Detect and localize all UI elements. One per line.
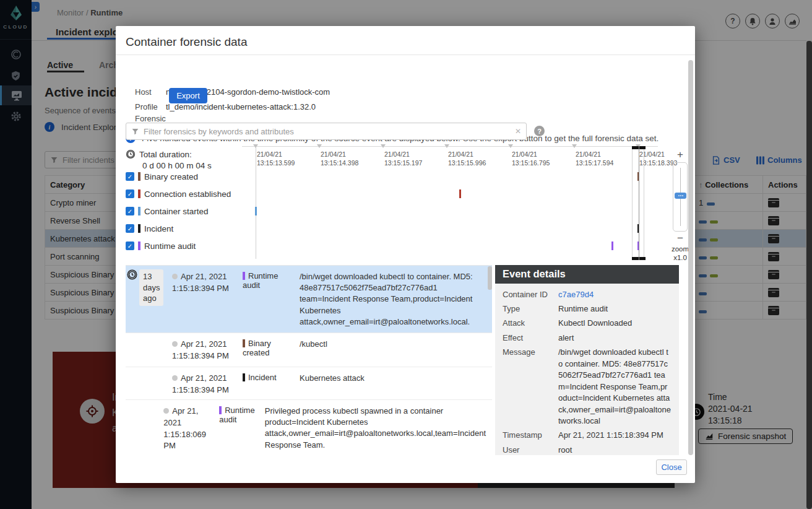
tick-label: 21/04/2113:15:15.197 [384,150,422,167]
detail-row: AttackKubectl Downloaded [495,316,679,331]
time-ago-line: 13 [143,271,160,282]
tick-marker [508,144,513,148]
detail-label: Type [503,303,558,315]
tick-marker [444,144,449,148]
host-label: Host [135,87,152,97]
detail-value: Kubectl Downloaded [558,318,672,329]
event-timestamp: 1:15:18:394 PM [172,283,239,295]
container-forensic-modal: Container forensic data Host node-demo21… [116,26,695,483]
container-id-link[interactable]: c7ae79d4 [558,289,672,300]
detail-label: Timestamp [503,430,558,441]
modal-title-divider [116,54,695,55]
event-type-color [243,272,245,280]
tick-label: 21/04/2113:15:17.594 [576,150,613,167]
event-date: Apr 21, 2021 [181,272,227,281]
event-list-scrollbar[interactable] [488,266,492,454]
timeline-plot[interactable]: 21/04/2113:15:13.59921/04/2113:15:14.398… [126,145,664,264]
time-ago-text: 13daysago [139,269,163,306]
event-row[interactable]: 13daysagoApr 21, 20211:15:18:394 PMRunti… [126,266,492,333]
clear-filter-icon[interactable]: ✕ [515,127,521,136]
detail-row: Message/bin/wget downloaded kubectl to c… [495,346,679,429]
detail-row: TimestampApr 21, 2021 1:15:18:394 PM [495,429,679,443]
zoom-slider-handle[interactable] [675,193,686,199]
event-details-panel: Event details Container IDc7ae79d4TypeRu… [495,265,679,455]
clock-badge-icon [127,269,137,306]
forensics-filter-placeholder: Filter forensics by keywords and attribu… [144,127,294,136]
event-list-scrollbar-thumb[interactable] [488,266,492,290]
tick-date: 21/04/21 [448,150,486,159]
event-list: 13daysagoApr 21, 20211:15:18:394 PMRunti… [126,265,492,455]
detail-row: Userroot [495,443,679,455]
event-message-cell: /bin/wget downloaded kubectl to containe… [296,266,492,333]
event-time-cell: Apr 21, 20211:15:18:394 PM [166,367,241,399]
event-type-cell: Runtime audit [218,400,261,455]
detail-row: Container IDc7ae79d4 [495,287,679,302]
forensics-filter-input[interactable]: Filter forensics by keywords and attribu… [126,123,527,140]
event-message-cell: Kubernetes attack [296,367,492,399]
event-type-label: Incident [248,373,277,382]
event-dot [172,375,178,381]
selection-midline [639,146,639,260]
timeline-event-mark-container_started[interactable] [255,207,257,215]
event-message-cell: Privileged process kubectl spawned in a … [261,400,492,455]
detail-label: User [503,445,558,455]
detail-value: alert [558,333,672,344]
detail-label: Effect [503,333,558,344]
event-timestamp: 1:15:18:394 PM [172,385,239,396]
tick-time: 13:15:15.996 [448,159,486,167]
tick-label: 21/04/2113:15:16.795 [512,150,550,167]
event-group-cell: 13daysago [126,266,166,333]
event-time-cell: Apr 21, 20211:15:18:394 PM [166,266,241,333]
event-row[interactable]: Apr 21, 20211:15:18:394 PMBinary created… [126,333,492,367]
event-time-cell: Apr 21, 20211:15:18:069 PM [157,400,218,455]
time-ago-line: ago [143,293,160,304]
detail-label: Attack [503,318,558,329]
tick-marker [317,144,322,148]
event-dot [172,274,178,279]
event-row[interactable]: Apr 21, 20211:15:18:069 PMRuntime auditP… [126,400,492,455]
event-dot [172,341,178,347]
event-date: Apr 21, 2021 [181,339,227,349]
event-time-cell: Apr 21, 20211:15:18:394 PM [166,333,241,367]
tick-time: 13:15:14.398 [321,159,358,167]
modal-scrollbar-thumb[interactable] [688,60,693,455]
event-message-cell: /kubectl [296,333,492,367]
event-group-cell [126,400,157,455]
detail-label: Container ID [503,289,558,300]
event-type-label: Binary created [243,339,271,357]
filter-help-icon[interactable]: ? [534,126,545,136]
detail-value: Apr 21, 2021 1:15:18:394 PM [558,430,672,441]
tick-date: 21/04/21 [257,150,295,159]
tick-date: 21/04/21 [384,150,422,159]
event-details-body: Container IDc7ae79d4TypeRuntime auditAtt… [495,284,679,455]
tick-marker [381,144,386,148]
timeline-selection-window[interactable] [632,146,644,260]
tick-time: 13:15:16.795 [512,159,550,167]
event-type-cell: Binary created [241,333,296,367]
event-timestamp: 1:15:18:394 PM [172,350,239,362]
tick-date: 21/04/21 [321,150,358,159]
event-type-color [243,373,245,381]
zoom-slider[interactable] [673,162,688,232]
tick-label: 21/04/2113:15:14.398 [321,150,358,167]
event-row[interactable]: Apr 21, 20211:15:18:394 PMIncidentKubern… [126,367,492,400]
timeline-event-mark-connection_established[interactable] [459,189,461,198]
close-button[interactable]: Close [656,459,687,475]
tick-date: 21/04/21 [512,150,550,159]
event-type-cell: Incident [241,367,296,399]
detail-value: root [558,445,672,455]
event-dot [163,408,169,414]
detail-row: TypeRuntime audit [495,302,679,316]
tick-time: 13:15:15.197 [384,159,422,167]
event-type-label: Runtime audit [243,271,278,290]
detail-label: Message [503,347,558,427]
detail-value: Runtime audit [558,303,672,315]
tick-label: 21/04/2113:15:13.599 [257,150,295,167]
event-type-color [243,339,245,347]
tick-marker [572,144,577,148]
export-button[interactable]: Export [169,88,207,103]
timeline-event-mark-runtime_audit[interactable] [611,241,613,250]
event-timestamp: 1:15:18:069 PM [163,429,215,453]
event-details-header: Event details [495,265,679,284]
forensics-timeline: Total duration: 0 d 00 h 00 m 04 s ✓Bina… [126,145,686,264]
